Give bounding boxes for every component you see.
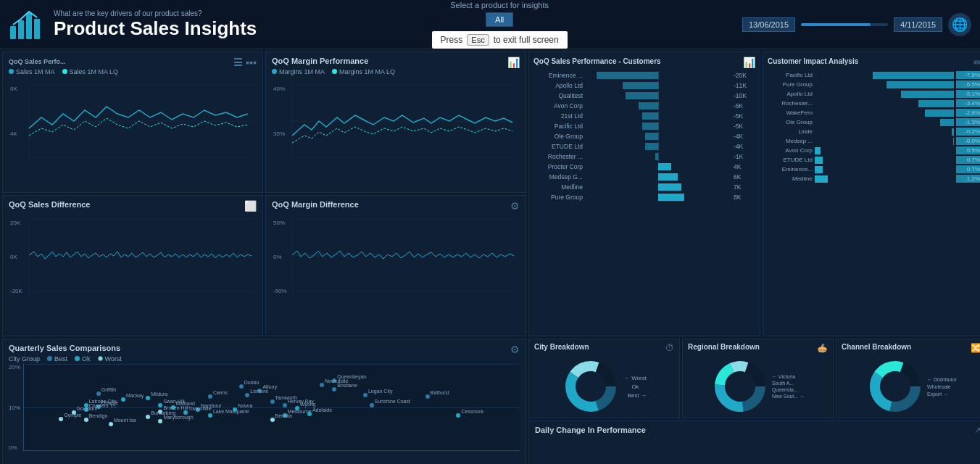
scatter-label: Bundaberg xyxy=(151,410,175,415)
svg-text:-20K: -20K xyxy=(10,288,23,294)
table-row: Apollo Ltd-11K xyxy=(533,81,755,90)
channel-icon[interactable]: 🔀 xyxy=(971,343,980,354)
legend-margin1mlq: Margins 1M MA LQ xyxy=(332,68,395,75)
neg-bar xyxy=(655,153,659,160)
bar-value: 7K xyxy=(734,183,755,191)
header-subtitle: What are the key drivers of our product … xyxy=(54,9,257,17)
page-title: Product Sales Insights xyxy=(54,17,257,40)
bar-track xyxy=(586,193,731,202)
city-breakdown-title: City Breakdown xyxy=(534,343,589,351)
monitor-icon[interactable]: ⬜ xyxy=(244,200,257,212)
clock-icon[interactable]: ⏱ xyxy=(665,343,674,354)
ci-value: -6.5% xyxy=(956,80,980,88)
scatter-dot xyxy=(96,405,101,409)
table-row: Ole Group-1.3% xyxy=(768,118,980,126)
ci-bar-wrap xyxy=(815,109,954,117)
date1-button[interactable]: 13/06/2015 xyxy=(742,17,795,32)
center-line xyxy=(658,152,659,161)
table-row: Pacific Ltd-5K xyxy=(533,122,755,130)
svg-text:4K: 4K xyxy=(10,130,17,137)
bar-track xyxy=(586,71,731,80)
center-line xyxy=(658,102,659,110)
table-row: WakeFern-2.8% xyxy=(768,109,980,117)
daily-change-icon[interactable]: ↗ xyxy=(974,426,980,437)
quarterly-icon[interactable]: ⚙ xyxy=(510,344,520,355)
bar-track xyxy=(586,81,731,90)
ci-label: Apollo Ltd xyxy=(768,91,813,97)
ci-bar-wrap xyxy=(815,175,954,183)
title-block: What are the key drivers of our product … xyxy=(54,9,257,40)
scatter-dot xyxy=(270,418,275,422)
scatter-label: Adelaide xyxy=(312,407,332,413)
scatter-dot xyxy=(270,399,275,404)
ci-value: -2.8% xyxy=(956,109,980,117)
scatter-label: Broken Hill xyxy=(163,405,188,410)
bar-track xyxy=(586,132,731,141)
table-row: Pacific Ltd-7.9% xyxy=(768,71,980,79)
pos-bar xyxy=(658,183,681,191)
svg-text:-50%: -50% xyxy=(273,288,287,294)
legend-worst: Worst xyxy=(98,355,122,362)
quarterly-legend: City Group Best Ok Worst xyxy=(9,355,520,362)
customer-impact-card: Customer Impact Analysis ✏ Pacific Ltd-7… xyxy=(763,51,980,336)
scatter-dot xyxy=(320,383,324,387)
customer-impact-icon[interactable]: ✏ xyxy=(973,57,980,68)
main-grid: QoQ Sales Perfo... ☰ ▪▪▪ Sales 1M MA Sal… xyxy=(0,49,980,464)
ci-value: -5.1% xyxy=(956,90,980,98)
scatter-label: Hervey Bay xyxy=(288,399,314,404)
bar-label: Ole Group xyxy=(533,133,583,140)
ci-value: -3.4% xyxy=(956,99,980,107)
bar-track xyxy=(586,152,731,161)
legend-best: Best xyxy=(47,355,67,362)
bar-track xyxy=(586,102,731,110)
date-slider[interactable] xyxy=(801,23,888,26)
bar-track xyxy=(586,91,731,100)
settings-icon[interactable]: ☰ ▪▪▪ xyxy=(233,57,257,68)
margin-perf-card: QoQ Margin Performance Margins 1M MA Mar… xyxy=(265,51,526,193)
scatter-dot xyxy=(239,384,244,389)
bar-track xyxy=(586,112,731,120)
city-label-worst: ← Worst xyxy=(624,375,647,381)
header: What are the key drivers of our product … xyxy=(0,0,980,49)
legend-city-group: City Group xyxy=(9,355,40,362)
scatter-label: Tamworth xyxy=(275,395,297,400)
date2-button[interactable]: 4/11/2015 xyxy=(894,17,942,32)
qoq-chart-icon[interactable]: 📊 xyxy=(743,57,755,68)
link-icon[interactable]: ⚙ xyxy=(510,200,520,212)
center-line xyxy=(658,112,659,120)
scatter-dot xyxy=(295,406,299,410)
bar-value: -5K xyxy=(734,112,755,120)
ci-neg-bar xyxy=(952,128,954,136)
scatter-label: Dubbo xyxy=(244,380,259,385)
bar-label: Medsep G... xyxy=(533,173,583,181)
ci-neg-bar xyxy=(886,81,954,88)
scatter-dot xyxy=(332,387,336,392)
product-all-button[interactable]: All xyxy=(486,12,513,27)
legend-sales1m: Sales 1M MA xyxy=(9,68,55,75)
svg-text:35%: 35% xyxy=(273,130,285,137)
ci-bar-wrap xyxy=(815,100,954,107)
pie-icon[interactable]: 🥧 xyxy=(817,343,828,354)
esc-key: Esc xyxy=(467,34,489,46)
scatter-dot xyxy=(257,389,262,393)
scatter-label: Bendigo xyxy=(89,413,108,418)
neg-bar xyxy=(626,92,658,99)
bar-label: Eminence ... xyxy=(533,72,583,79)
bar-track xyxy=(586,162,731,171)
bar-value: 6K xyxy=(734,173,755,181)
table-row: Avon Corp-6K xyxy=(533,102,755,110)
globe-icon[interactable]: 🌐 xyxy=(948,13,971,36)
esc-toast: Press Esc to exit full screen xyxy=(432,31,568,49)
ci-label: Pacific Ltd xyxy=(768,72,813,78)
ci-neg-bar xyxy=(953,138,955,145)
scatter-label: Mildura xyxy=(151,392,167,397)
daily-change-card: Daily Change In Performance ↗ xyxy=(528,420,980,464)
scatter-dot xyxy=(72,410,76,415)
scatter-plot: GriffithMackayMilduraLatrobe CityOrangeC… xyxy=(23,364,520,451)
bar-chart-icon[interactable]: 📊 xyxy=(507,57,520,68)
city-label-ok: Ok xyxy=(624,384,647,390)
bar-label: Qualitest xyxy=(533,92,583,99)
product-label: Select a product for insights xyxy=(450,1,549,9)
margin-diff-card: QoQ Margin Difference ⚙ 50% 0% -50% xyxy=(265,195,526,336)
header-center: Select a product for insights All Press … xyxy=(257,1,742,49)
